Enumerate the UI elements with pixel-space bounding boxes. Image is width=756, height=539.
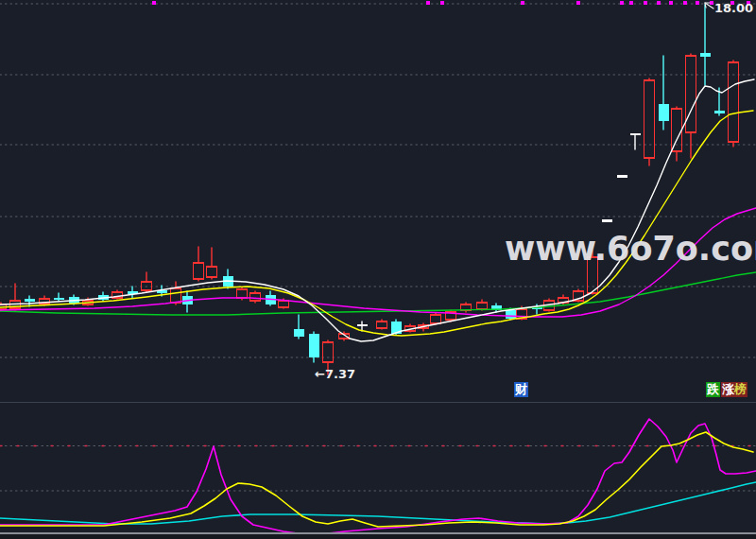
indicator-lines: [0, 419, 756, 535]
stock-chart-window: www.6o7o.com 18.00 ←7.37 财 跌 涨榜: [0, 0, 756, 539]
candles: [0, 5, 739, 374]
kline-chart-canvas[interactable]: [0, 0, 756, 539]
candle: [431, 315, 441, 323]
bottom-frame-bar[interactable]: [0, 532, 756, 539]
tab-rise-ranking-char2: 榜: [734, 382, 747, 396]
candle: [477, 303, 488, 309]
candle: [171, 288, 181, 303]
ma-lines: [0, 79, 756, 341]
candle: [294, 329, 304, 337]
candle: [237, 289, 248, 298]
candle: [700, 53, 711, 57]
candle: [54, 298, 64, 300]
candle: [279, 301, 289, 307]
high-price-label: 18.00: [714, 1, 753, 15]
candle: [357, 324, 368, 326]
candle: [25, 299, 35, 302]
candle: [686, 56, 696, 132]
candle: [194, 263, 204, 279]
candle: [644, 80, 655, 158]
panel-divider: [0, 402, 756, 403]
candle: [602, 219, 612, 222]
watermark: www.6o7o.com: [505, 230, 756, 268]
tab-rise-ranking[interactable]: 涨榜: [721, 382, 747, 397]
candle: [506, 310, 516, 319]
candle: [714, 111, 725, 113]
candle: [659, 104, 669, 121]
candle: [250, 293, 261, 301]
tab-rise-ranking-char1: 涨: [722, 382, 734, 396]
candle: [630, 133, 641, 135]
candle: [323, 342, 334, 362]
tab-finance-news[interactable]: 财: [514, 382, 528, 397]
low-price-label: ←7.37: [315, 367, 355, 381]
candle: [617, 175, 627, 178]
tab-fall-list[interactable]: 跌: [706, 382, 720, 397]
candle: [377, 322, 387, 328]
candle: [207, 267, 217, 277]
candle: [309, 334, 319, 357]
